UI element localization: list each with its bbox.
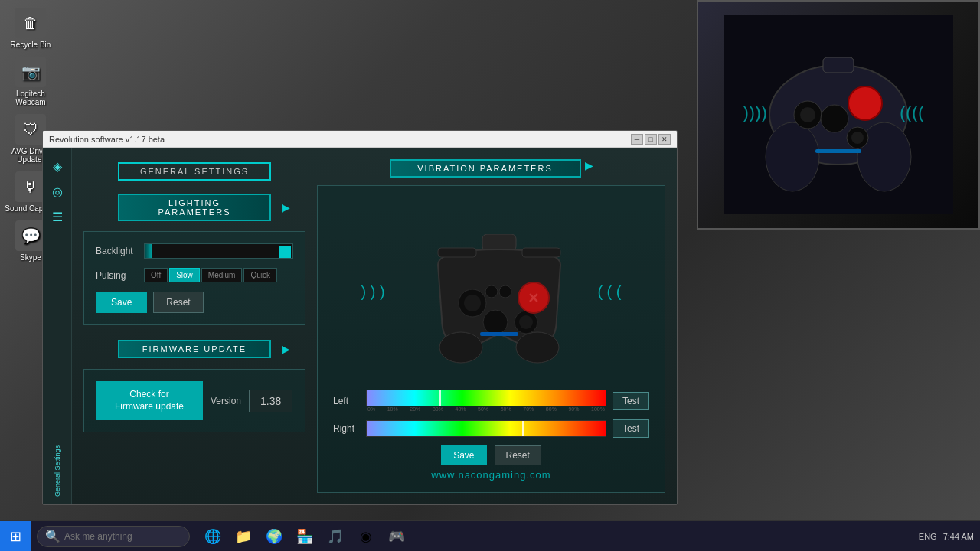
lighting-parameters-header: LIGHTING PARAMETERS ▶ bbox=[83, 195, 305, 220]
lighting-parameters-button[interactable]: LIGHTING PARAMETERS bbox=[118, 194, 271, 221]
start-button[interactable]: ⊞ bbox=[0, 521, 31, 552]
pulse-off-button[interactable]: Off bbox=[144, 268, 168, 282]
taskbar-music-icon[interactable]: 🎵 bbox=[322, 523, 349, 550]
left-slider-container: 0%10%20%30%40%50%60%70%80%90%100% bbox=[366, 390, 606, 412]
close-button[interactable]: ✕ bbox=[658, 134, 671, 145]
pulsing-options: Off Slow Medium Quick bbox=[144, 268, 277, 282]
svg-point-7 bbox=[800, 107, 815, 122]
vibration-left-icon: ) ) ) bbox=[361, 283, 385, 301]
webcam-controller-svg: )))) (((( bbox=[724, 15, 953, 214]
check-firmware-button[interactable]: Check for Firmware update bbox=[96, 381, 203, 420]
lighting-save-button[interactable]: Save bbox=[96, 292, 147, 313]
vibration-right-icon: ( ( ( bbox=[597, 283, 621, 301]
app-window: Revolution software v1.17 beta ─ □ ✕ ◈ ◎… bbox=[42, 130, 678, 505]
vibration-controls: Left 0%10%20%30%40%50%60%70%80%90%100% bbox=[325, 390, 657, 465]
taskbar-cortana-icon[interactable]: 🌐 bbox=[199, 523, 227, 550]
pulse-slow-button[interactable]: Slow bbox=[169, 268, 200, 282]
website-label: www.nacongaming.com bbox=[427, 465, 554, 484]
skype-icon: 💬 bbox=[15, 220, 46, 251]
vibration-parameters-button[interactable]: VIBRATION PARAMETERS bbox=[390, 159, 581, 178]
controller-body-svg: ✕ bbox=[415, 234, 583, 364]
vibration-header: VIBRATION PARAMETERS ▶ bbox=[317, 159, 665, 178]
left-tick-marks: 0%10%20%30%40%50%60%70%80%90%100% bbox=[366, 406, 606, 412]
backlight-label: Backlight bbox=[96, 246, 138, 256]
vibration-save-button[interactable]: Save bbox=[441, 445, 486, 465]
lighting-arrow-icon: ▶ bbox=[282, 201, 290, 214]
svg-text:((((: (((( bbox=[900, 102, 924, 122]
lighting-panel: Backlight Pulsing Off Slow bbox=[83, 231, 305, 325]
left-test-button[interactable]: Test bbox=[612, 392, 649, 410]
backlight-handle[interactable] bbox=[279, 246, 291, 258]
svg-rect-14 bbox=[482, 234, 516, 251]
svg-point-20 bbox=[485, 285, 498, 298]
lighting-action-buttons: Save Reset bbox=[96, 292, 293, 313]
desktop-icon-recycle[interactable]: 🗑 Recycle Bin bbox=[4, 8, 57, 49]
titlebar-controls: ─ □ ✕ bbox=[631, 134, 671, 145]
svg-point-15 bbox=[439, 332, 482, 363]
taskbar-icons: 🌐 📁 🌍 🏪 🎵 ◉ 🎮 bbox=[199, 523, 410, 550]
search-input[interactable] bbox=[64, 531, 179, 542]
pulsing-label: Pulsing bbox=[96, 270, 138, 281]
main-content: GENERAL SETTINGS LIGHTING PARAMETERS ▶ B… bbox=[72, 148, 677, 504]
sidebar: ◈ ◎ ☰ General Settings bbox=[43, 148, 72, 504]
pulsing-row: Pulsing Off Slow Medium Quick bbox=[96, 268, 293, 282]
right-slider-container bbox=[366, 420, 606, 437]
svg-point-2 bbox=[766, 122, 819, 191]
left-panel: GENERAL SETTINGS LIGHTING PARAMETERS ▶ B… bbox=[83, 159, 305, 493]
backlight-fill bbox=[145, 244, 152, 258]
controller-display: ) ) ) bbox=[325, 194, 657, 390]
firmware-row: Check for Firmware update Version 1.38 bbox=[96, 381, 293, 420]
taskbar-right: ENG 7:44 AM bbox=[919, 532, 980, 541]
sidebar-icon-2[interactable]: ◎ bbox=[47, 181, 68, 202]
check-firmware-line2: Firmware update bbox=[115, 401, 184, 412]
svg-point-18 bbox=[464, 295, 481, 311]
version-value: 1.38 bbox=[249, 390, 292, 412]
right-slider-thumb bbox=[522, 421, 524, 436]
maximize-button[interactable]: □ bbox=[645, 134, 657, 145]
svg-rect-27 bbox=[438, 248, 476, 257]
pulse-quick-button[interactable]: Quick bbox=[243, 268, 277, 282]
taskbar-search[interactable]: 🔍 bbox=[37, 526, 190, 547]
webcam-icon: 📷 bbox=[15, 57, 46, 87]
firmware-arrow-icon: ▶ bbox=[282, 343, 290, 355]
lighting-reset-button[interactable]: Reset bbox=[153, 292, 203, 313]
sidebar-icon-3[interactable]: ☰ bbox=[47, 206, 68, 227]
left-vibration-row: Left 0%10%20%30%40%50%60%70%80%90%100% bbox=[333, 390, 649, 412]
firmware-update-header: FIRMWARE UPDATE ▶ bbox=[83, 337, 305, 361]
firmware-update-button[interactable]: FIRMWARE UPDATE bbox=[118, 340, 271, 358]
minimize-button[interactable]: ─ bbox=[631, 134, 643, 145]
search-icon: 🔍 bbox=[45, 529, 60, 543]
webcam-overlay: )))) (((( bbox=[697, 0, 980, 230]
right-gradient-slider[interactable] bbox=[366, 420, 606, 437]
desktop-icon-webcam[interactable]: 📷 Logitech Webcam bbox=[4, 57, 57, 106]
taskbar-store-icon[interactable]: 🏪 bbox=[291, 523, 318, 550]
vibration-reset-button[interactable]: Reset bbox=[495, 445, 541, 465]
controller-svg-area: ) ) ) bbox=[392, 215, 591, 368]
check-firmware-line1: Check for bbox=[129, 389, 168, 399]
right-vibration-label: Right bbox=[333, 423, 360, 434]
taskbar-chrome-icon[interactable]: ◉ bbox=[352, 523, 380, 550]
vibration-arrow-icon: ▶ bbox=[585, 159, 593, 178]
controller-area: ) ) ) bbox=[317, 185, 665, 493]
general-settings-button[interactable]: GENERAL SETTINGS bbox=[118, 162, 271, 181]
pulse-medium-button[interactable]: Medium bbox=[201, 268, 243, 282]
desktop: 🗑 Recycle Bin 📷 Logitech Webcam 🛡 AVG Dr… bbox=[0, 0, 980, 551]
backlight-slider[interactable] bbox=[144, 243, 293, 259]
recycle-bin-icon: 🗑 bbox=[15, 8, 46, 38]
right-test-button[interactable]: Test bbox=[612, 419, 649, 438]
svg-point-5 bbox=[848, 86, 882, 120]
sidebar-icon-1[interactable]: ◈ bbox=[47, 155, 68, 177]
left-slider-thumb bbox=[439, 390, 441, 406]
svg-point-10 bbox=[821, 105, 848, 132]
right-panel: VIBRATION PARAMETERS ▶ ) ) ) bbox=[317, 159, 665, 493]
app-title: Revolution software v1.17 beta bbox=[49, 135, 165, 144]
taskbar-controller-icon[interactable]: 🎮 bbox=[383, 523, 410, 550]
taskbar-folder-icon[interactable]: 📁 bbox=[230, 523, 257, 550]
svg-rect-28 bbox=[522, 248, 560, 257]
taskbar-ie-icon[interactable]: 🌍 bbox=[260, 523, 288, 550]
backlight-row: Backlight bbox=[96, 243, 293, 259]
controller-body-container: ✕ bbox=[415, 234, 568, 349]
sound-icon: 🎙 bbox=[15, 171, 46, 202]
svg-point-23 bbox=[519, 315, 533, 329]
left-gradient-slider[interactable] bbox=[366, 390, 606, 406]
